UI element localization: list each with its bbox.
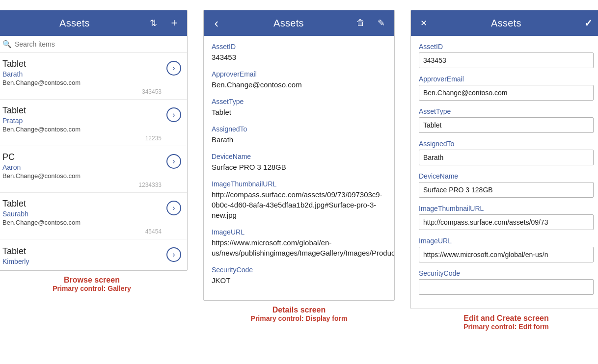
edit-field: AssetID [419, 43, 594, 68]
list-item-arrow-icon[interactable]: › [166, 154, 181, 169]
edit-input-assignedto[interactable] [419, 150, 594, 165]
list-item-id: 1234333 [2, 180, 162, 192]
list-item-content: PC Aaron Ben.Change@contoso.com [2, 152, 162, 180]
list-item-subtitle: Barath [2, 70, 162, 78]
browse-list: Tablet Barath Ben.Change@contoso.com 343… [0, 53, 187, 270]
list-item-arrow-icon[interactable]: › [166, 247, 181, 262]
detail-field: SecurityCode JKOT [212, 266, 386, 286]
search-input[interactable] [15, 40, 181, 48]
list-item[interactable]: Tablet Saurabh Ben.Change@contoso.com 45… [0, 193, 187, 239]
edit-input-approveremail[interactable] [419, 85, 594, 101]
detail-label: AssetType [212, 98, 386, 105]
detail-value: 343453 [212, 52, 386, 62]
browse-header-right-icons [147, 16, 181, 30]
list-item-title: Tablet [2, 246, 162, 257]
details-header-right-icons [354, 16, 388, 30]
edit-field: DeviceName [419, 172, 594, 198]
edit-input-assetid[interactable] [419, 52, 594, 68]
list-item-email: Ben.Change@contoso.com [2, 126, 162, 133]
edit-label: AssignedTo [419, 140, 594, 148]
list-item[interactable]: Tablet Kimberly › [0, 239, 187, 270]
close-icon[interactable] [417, 16, 431, 30]
detail-label: AssignedTo [212, 125, 386, 133]
list-item-subtitle: Saurabh [2, 210, 162, 218]
details-screen-wrapper: Assets AssetID 343453 ApproverEmail Ben.… [203, 10, 395, 322]
list-item-arrow-icon[interactable]: › [166, 201, 181, 215]
detail-label: ImageThumbnailURL [212, 180, 386, 188]
list-item-content: Tablet Kimberly [2, 246, 162, 265]
browse-screen: Assets 🔍 Tablet Barath Ben.Change@contos… [0, 10, 188, 271]
detail-label: DeviceName [212, 153, 386, 160]
edit-label: AssetType [419, 107, 594, 115]
details-header: Assets [204, 10, 394, 36]
edit-label-row: Edit and Create screen Primary control: … [463, 314, 548, 331]
detail-field: AssetType Tablet [212, 98, 386, 117]
detail-field: DeviceName Surface PRO 3 128GB [212, 153, 386, 172]
screens-row: Assets 🔍 Tablet Barath Ben.Change@contos… [10, 10, 588, 331]
list-item-id: 343453 [2, 86, 162, 99]
edit-label: AssetID [419, 43, 594, 51]
details-label-sub: Primary control: Display form [251, 314, 348, 322]
list-item-id: 12235 [2, 133, 162, 146]
edit-field: ImageURL [419, 237, 594, 262]
detail-value: http://compass.surface.com/assets/09/73/… [212, 189, 386, 220]
list-item-subtitle: Kimberly [2, 258, 162, 265]
list-item-content: Tablet Saurabh Ben.Change@contoso.com [2, 199, 162, 226]
sort-icon[interactable] [147, 16, 161, 30]
list-item[interactable]: PC Aaron Ben.Change@contoso.com 1234333 … [0, 146, 187, 193]
list-item-inner: Tablet Barath Ben.Change@contoso.com 343… [2, 59, 162, 99]
browse-label-main: Browse screen [53, 276, 131, 285]
list-item-inner: PC Aaron Ben.Change@contoso.com 1234333 [2, 152, 162, 192]
list-item-title: Tablet [2, 105, 162, 116]
edit-screen: Assets AssetID ApproverEmail AssetType A… [410, 10, 598, 309]
detail-value: https://www.microsoft.com/global/en-us/n… [212, 237, 386, 258]
detail-field: AssetID 343453 [212, 43, 386, 62]
list-item-title: Tablet [2, 199, 162, 209]
detail-field: ImageThumbnailURL http://compass.surface… [212, 180, 386, 220]
list-item-subtitle: Pratap [2, 117, 162, 125]
browse-header-title: Assets [2, 18, 147, 29]
list-item[interactable]: Tablet Pratap Ben.Change@contoso.com 122… [0, 100, 187, 146]
list-item-arrow-icon[interactable]: › [166, 107, 181, 122]
detail-value: JKOT [212, 275, 386, 286]
delete-icon[interactable] [354, 16, 368, 30]
add-icon[interactable] [167, 16, 181, 30]
check-icon[interactable] [582, 16, 596, 30]
list-item-content: Tablet Barath Ben.Change@contoso.com [2, 59, 162, 86]
edit-field: ImageThumbnailURL [419, 205, 594, 230]
edit-input-devicename[interactable] [419, 182, 594, 198]
detail-label: ApproverEmail [212, 70, 386, 78]
edit-header-title: Assets [431, 18, 582, 29]
browse-screen-wrapper: Assets 🔍 Tablet Barath Ben.Change@contos… [0, 10, 188, 292]
list-item[interactable]: Tablet Barath Ben.Change@contoso.com 343… [0, 53, 187, 100]
edit-screen-wrapper: Assets AssetID ApproverEmail AssetType A… [410, 10, 598, 331]
details-header-title: Assets [223, 18, 354, 29]
list-item-arrow-icon[interactable]: › [166, 61, 181, 76]
detail-value: Tablet [212, 107, 386, 117]
list-item-title: PC [2, 152, 162, 162]
edit-input-securitycode[interactable] [419, 279, 594, 295]
edit-field: SecurityCode [419, 269, 594, 295]
edit-label-sub: Primary control: Edit form [463, 323, 548, 331]
details-label-main: Details screen [251, 306, 348, 314]
details-screen: Assets AssetID 343453 ApproverEmail Ben.… [203, 10, 395, 301]
edit-label: SecurityCode [419, 269, 594, 277]
edit-label-main: Edit and Create screen [463, 314, 548, 323]
browse-label-row: Browse screen Primary control: Gallery [53, 276, 131, 292]
edit-input-imagethumbnailurl[interactable] [419, 214, 594, 230]
edit-label: DeviceName [419, 172, 594, 180]
back-icon[interactable] [210, 16, 223, 30]
edit-icon[interactable] [375, 16, 388, 30]
list-item-id: 45454 [2, 226, 162, 239]
edit-body: AssetID ApproverEmail AssetType Assigned… [411, 36, 598, 309]
details-label-row: Details screen Primary control: Display … [251, 306, 348, 322]
list-item-title: Tablet [2, 59, 162, 69]
edit-label: ImageThumbnailURL [419, 205, 594, 212]
edit-input-imageurl[interactable] [419, 247, 594, 262]
edit-input-assettype[interactable] [419, 117, 594, 133]
list-item-email: Ben.Change@contoso.com [2, 219, 162, 226]
detail-label: ImageURL [212, 228, 386, 236]
edit-field: AssetType [419, 107, 594, 133]
list-item-inner: Tablet Kimberly [2, 246, 162, 269]
detail-label: AssetID [212, 43, 386, 51]
